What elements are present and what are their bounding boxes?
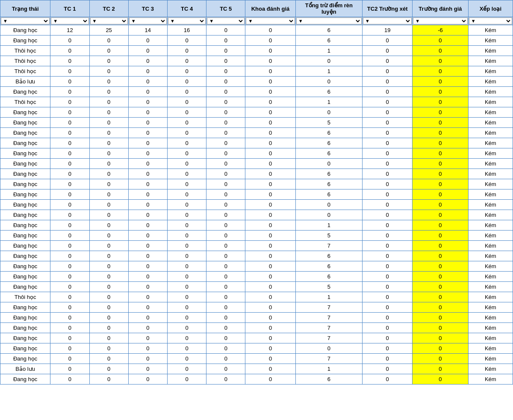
- filter-select-tc3[interactable]: ▼: [129, 18, 167, 24]
- cell-tc3-10: 0: [128, 128, 167, 138]
- cell-xep-26: Kém: [468, 292, 513, 302]
- cell-tc1-29: 0: [50, 323, 89, 333]
- cell-tong-6: 6: [295, 87, 362, 97]
- cell-khoa-13: 0: [245, 159, 295, 169]
- cell-tong-24: 6: [295, 272, 362, 282]
- filter-select-tc2[interactable]: ▼: [90, 18, 128, 24]
- cell-trang_thai-8: Đang học: [0, 107, 50, 118]
- cell-tc3-21: 0: [128, 241, 167, 251]
- cell-tc5-7: 0: [206, 97, 245, 107]
- table-row: Đang học000000000Kém: [0, 343, 513, 354]
- cell-tc2truong-21: 0: [363, 241, 413, 251]
- filter-select-trang-thai[interactable]: ▼: [1, 18, 50, 24]
- filter-select-xep[interactable]: ▼: [469, 18, 512, 24]
- cell-tc2-10: 0: [89, 128, 128, 138]
- filter-cell-khoa[interactable]: ▼: [245, 17, 295, 25]
- table-row: Đang học000000000Kém: [0, 159, 513, 169]
- filter-select-tc4[interactable]: ▼: [168, 18, 206, 24]
- cell-tc1-2: 0: [50, 46, 89, 56]
- filter-cell-tc4[interactable]: ▼: [167, 17, 206, 25]
- cell-tc2-3: 0: [89, 56, 128, 66]
- cell-truong-6: 0: [413, 87, 468, 97]
- cell-tc2-16: 0: [89, 189, 128, 200]
- cell-tc3-3: 0: [128, 56, 167, 66]
- cell-trang_thai-3: Thôi học: [0, 56, 50, 66]
- cell-truong-14: 0: [413, 169, 468, 179]
- cell-xep-31: Kém: [468, 343, 513, 354]
- cell-tong-15: 6: [295, 179, 362, 189]
- cell-tc4-12: 0: [167, 148, 206, 159]
- filter-select-truong[interactable]: ▼: [413, 18, 467, 24]
- cell-khoa-20: 0: [245, 231, 295, 241]
- filter-select-khoa[interactable]: ▼: [246, 18, 295, 24]
- cell-tc2-4: 0: [89, 66, 128, 77]
- cell-tc1-11: 0: [50, 138, 89, 148]
- cell-truong-5: 0: [413, 77, 468, 87]
- filter-select-tc1[interactable]: ▼: [51, 18, 88, 24]
- filter-select-tong[interactable]: ▼: [296, 18, 362, 24]
- cell-tc4-30: 0: [167, 333, 206, 343]
- table-row: Đang học000000700Kém: [0, 323, 513, 333]
- filter-cell-tc5[interactable]: ▼: [206, 17, 245, 25]
- cell-tc2truong-33: 0: [363, 364, 413, 374]
- table-row: Đang học000000700Kém: [0, 333, 513, 343]
- cell-tc4-34: 0: [167, 374, 206, 385]
- cell-tc4-9: 0: [167, 118, 206, 128]
- table-row: Bảo lưu000000000Kém: [0, 77, 513, 87]
- cell-tc3-34: 0: [128, 374, 167, 385]
- cell-tc5-24: 0: [206, 272, 245, 282]
- cell-tc1-26: 0: [50, 292, 89, 302]
- cell-tc1-12: 0: [50, 148, 89, 159]
- cell-xep-3: Kém: [468, 56, 513, 66]
- table-row: Đang học000000700Kém: [0, 354, 513, 364]
- filter-cell-tc3[interactable]: ▼: [128, 17, 167, 25]
- cell-tc2-2: 0: [89, 46, 128, 56]
- cell-truong-27: 0: [413, 302, 468, 313]
- filter-row[interactable]: ▼▼▼▼▼▼▼▼▼▼▼: [0, 17, 513, 25]
- cell-tc4-3: 0: [167, 56, 206, 66]
- cell-tc1-32: 0: [50, 354, 89, 364]
- cell-tc4-28: 0: [167, 313, 206, 323]
- filter-cell-truong[interactable]: ▼: [413, 17, 468, 25]
- table-row: Đang học1225141600619-6Kém: [0, 25, 513, 35]
- cell-tc3-16: 0: [128, 189, 167, 200]
- cell-tc4-18: 0: [167, 210, 206, 220]
- cell-tc2truong-0: 19: [363, 25, 413, 35]
- header-tong: Tổng trừ điểm rèn luyện: [295, 0, 362, 17]
- filter-select-tc2truong[interactable]: ▼: [363, 18, 412, 24]
- table-row: Thôi học000000100Kém: [0, 97, 513, 107]
- cell-tc4-6: 0: [167, 87, 206, 97]
- filter-cell-trang-thai[interactable]: ▼: [0, 17, 50, 25]
- cell-tc3-4: 0: [128, 66, 167, 77]
- cell-tc2truong-12: 0: [363, 148, 413, 159]
- table-row: Đang học000000600Kém: [0, 374, 513, 385]
- cell-khoa-33: 0: [245, 364, 295, 374]
- cell-trang_thai-13: Đang học: [0, 159, 50, 169]
- cell-tc5-11: 0: [206, 138, 245, 148]
- cell-tc1-34: 0: [50, 374, 89, 385]
- cell-khoa-6: 0: [245, 87, 295, 97]
- cell-tong-3: 0: [295, 56, 362, 66]
- cell-trang_thai-31: Đang học: [0, 343, 50, 354]
- cell-tc3-33: 0: [128, 364, 167, 374]
- cell-trang_thai-32: Đang học: [0, 354, 50, 364]
- cell-tc1-23: 0: [50, 261, 89, 272]
- cell-tong-13: 0: [295, 159, 362, 169]
- filter-cell-tc2truong[interactable]: ▼: [363, 17, 413, 25]
- cell-xep-24: Kém: [468, 272, 513, 282]
- cell-tc2truong-19: 0: [363, 220, 413, 231]
- table-body: Đang học1225141600619-6KémĐang học000000…: [0, 25, 513, 385]
- filter-cell-xep[interactable]: ▼: [468, 17, 513, 25]
- filter-cell-tc1[interactable]: ▼: [50, 17, 89, 25]
- cell-tc4-5: 0: [167, 77, 206, 87]
- filter-cell-tong[interactable]: ▼: [295, 17, 362, 25]
- cell-tc2-7: 0: [89, 97, 128, 107]
- cell-tc2-34: 0: [89, 374, 128, 385]
- cell-tc2truong-11: 0: [363, 138, 413, 148]
- cell-truong-21: 0: [413, 241, 468, 251]
- header-tc2: TC 2: [89, 0, 128, 17]
- cell-tong-10: 6: [295, 128, 362, 138]
- filter-cell-tc2[interactable]: ▼: [89, 17, 128, 25]
- cell-tc1-21: 0: [50, 241, 89, 251]
- filter-select-tc5[interactable]: ▼: [207, 18, 245, 24]
